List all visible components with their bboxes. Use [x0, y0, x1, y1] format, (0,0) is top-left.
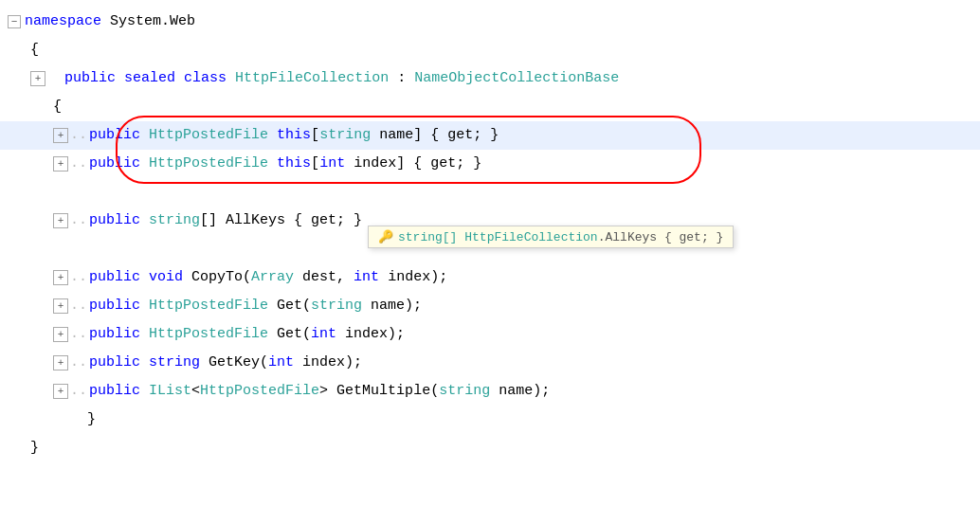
dot-indicator: .. — [70, 293, 87, 319]
code-text: name] { get; } — [371, 122, 499, 149]
code-text — [140, 293, 149, 319]
keyword: public — [89, 122, 140, 149]
code-text: < — [191, 378, 200, 405]
expand-button[interactable]: + — [53, 355, 68, 370]
expand-button[interactable]: + — [53, 213, 68, 228]
code-text — [140, 321, 149, 348]
keyword: int — [268, 350, 294, 376]
dot-indicator: .. — [70, 350, 87, 376]
keyword: public — [89, 264, 140, 291]
code-text: [ — [311, 122, 319, 149]
dot-indicator: .. — [70, 264, 87, 291]
type-name: HttpPostedFile — [149, 293, 268, 319]
dot-indicator: .. — [70, 151, 87, 177]
code-line: −namespace System.Web — [0, 8, 980, 36]
expand-button[interactable]: + — [53, 327, 68, 342]
type-name: string — [319, 122, 371, 149]
code-text: Get( — [268, 293, 311, 319]
code-text — [140, 264, 149, 291]
code-text: CopyTo( — [183, 264, 251, 291]
keyword: public — [89, 321, 140, 348]
code-text — [227, 65, 235, 92]
dot-indicator: .. — [70, 378, 87, 405]
code-text — [140, 122, 149, 149]
code-text: } — [53, 407, 96, 433]
code-text — [175, 65, 184, 92]
keyword: int — [354, 264, 379, 291]
code-text: GetKey( — [200, 350, 268, 376]
code-text — [268, 151, 277, 177]
expand-button[interactable]: + — [53, 270, 68, 285]
code-text: { — [30, 37, 39, 63]
type-name: IList — [149, 378, 191, 405]
code-text: name); — [362, 293, 422, 319]
code-line: +..public HttpPostedFile Get(string name… — [0, 292, 980, 320]
type-name: string — [149, 208, 200, 234]
expand-button[interactable]: + — [53, 128, 68, 143]
tooltip-text: string[] HttpFileCollection.AllKeys { ge… — [398, 230, 723, 244]
code-text: } — [30, 435, 39, 461]
expand-button[interactable]: + — [53, 298, 68, 314]
keyword: int — [311, 321, 336, 348]
code-line: { — [0, 93, 980, 121]
keyword: public — [89, 151, 140, 177]
expand-button[interactable]: + — [53, 384, 68, 399]
dot-indicator: .. — [70, 321, 87, 348]
code-text: [ — [311, 151, 319, 177]
code-line: +..public HttpPostedFile Get(int index); — [0, 320, 980, 349]
code-line: { — [0, 36, 980, 64]
type-name: HttpPostedFile — [149, 122, 268, 149]
type-name: HttpFileCollection — [235, 65, 389, 92]
keyword: public — [89, 293, 140, 319]
type-name: HttpPostedFile — [149, 151, 268, 177]
code-text: name); — [490, 378, 550, 405]
keyword: string — [149, 350, 200, 376]
keyword: namespace — [25, 9, 101, 35]
code-line: } — [0, 434, 980, 462]
code-text: index] { get; } — [345, 151, 481, 177]
expand-button[interactable]: + — [30, 71, 45, 86]
code-line: } — [0, 406, 980, 434]
code-text: > GetMultiple( — [319, 378, 439, 405]
dot-indicator: .. — [70, 122, 87, 149]
keyword: public — [89, 378, 140, 405]
keyword: public — [64, 65, 116, 92]
code-text: Get( — [268, 321, 311, 348]
code-text: dest, — [294, 264, 354, 291]
type-name: string — [311, 293, 362, 319]
type-name: Array — [251, 264, 294, 291]
code-text: index); — [379, 264, 447, 291]
keyword: public — [89, 350, 140, 376]
code-text: : — [389, 65, 414, 92]
code-text: { — [53, 94, 62, 120]
code-text — [268, 122, 277, 149]
code-text — [140, 378, 149, 405]
keyword: this — [277, 122, 311, 149]
code-text: index); — [294, 350, 362, 376]
code-line: +..public void CopyTo(Array dest, int in… — [0, 263, 980, 292]
type-name: NameObjectCollectionBase — [414, 65, 619, 92]
code-line: +..public string GetKey(int index); — [0, 349, 980, 377]
code-text — [140, 151, 149, 177]
code-text: [] AllKeys { get; } — [200, 208, 362, 234]
keyword: this — [277, 151, 311, 177]
tooltip-icon: 🔑 — [378, 229, 393, 244]
code-text — [47, 65, 64, 92]
type-name: HttpPostedFile — [149, 321, 268, 348]
type-name: HttpPostedFile — [200, 378, 319, 405]
dot-indicator: .. — [70, 208, 87, 234]
keyword: void — [149, 264, 183, 291]
collapse-button[interactable]: − — [8, 15, 21, 28]
code-text — [140, 350, 149, 376]
keyword: sealed — [124, 65, 175, 92]
code-line — [0, 178, 980, 207]
keyword: class — [184, 65, 227, 92]
type-name: string — [439, 378, 490, 405]
code-line: +..public HttpPostedFile this[int index]… — [0, 150, 980, 178]
keyword: int — [319, 151, 345, 177]
code-text: index); — [336, 321, 405, 348]
code-line: +..public HttpPostedFile this[string nam… — [0, 121, 980, 150]
code-text — [116, 65, 124, 92]
code-line: +..public IList<HttpPostedFile> GetMulti… — [0, 377, 980, 406]
expand-button[interactable]: + — [53, 156, 68, 172]
